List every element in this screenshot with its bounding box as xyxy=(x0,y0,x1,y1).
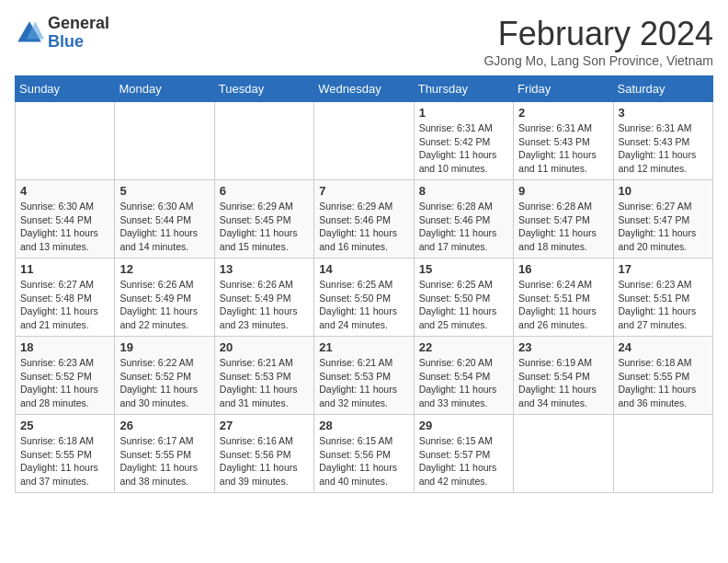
day-number: 6 xyxy=(220,184,309,198)
calendar-week-4: 18Sunrise: 6:23 AM Sunset: 5:52 PM Dayli… xyxy=(16,337,713,415)
day-number: 19 xyxy=(119,340,209,354)
calendar-cell: 4Sunrise: 6:30 AM Sunset: 5:44 PM Daylig… xyxy=(16,180,115,259)
day-info: Sunrise: 6:21 AM Sunset: 5:53 PM Dayligh… xyxy=(319,356,408,410)
day-info: Sunrise: 6:26 AM Sunset: 5:49 PM Dayligh… xyxy=(119,278,209,332)
col-header-friday: Friday xyxy=(514,76,613,102)
calendar-cell: 21Sunrise: 6:21 AM Sunset: 5:53 PM Dayli… xyxy=(314,337,414,415)
day-info: Sunrise: 6:30 AM Sunset: 5:44 PM Dayligh… xyxy=(119,200,209,254)
day-info: Sunrise: 6:23 AM Sunset: 5:52 PM Dayligh… xyxy=(20,356,109,410)
col-header-wednesday: Wednesday xyxy=(314,76,414,102)
day-number: 3 xyxy=(619,106,708,120)
day-info: Sunrise: 6:30 AM Sunset: 5:44 PM Dayligh… xyxy=(20,200,109,254)
calendar-cell: 2Sunrise: 6:31 AM Sunset: 5:43 PM Daylig… xyxy=(514,102,613,180)
calendar-cell: 13Sunrise: 6:26 AM Sunset: 5:49 PM Dayli… xyxy=(214,259,313,337)
day-info: Sunrise: 6:31 AM Sunset: 5:43 PM Dayligh… xyxy=(619,121,708,176)
day-info: Sunrise: 6:20 AM Sunset: 5:54 PM Dayligh… xyxy=(419,356,508,410)
calendar-table: SundayMondayTuesdayWednesdayThursdayFrid… xyxy=(15,75,713,493)
day-number: 28 xyxy=(319,419,408,432)
day-number: 27 xyxy=(220,419,309,432)
day-info: Sunrise: 6:25 AM Sunset: 5:50 PM Dayligh… xyxy=(319,278,408,332)
calendar-cell: 23Sunrise: 6:19 AM Sunset: 5:54 PM Dayli… xyxy=(514,337,613,415)
calendar-cell: 19Sunrise: 6:22 AM Sunset: 5:52 PM Dayli… xyxy=(115,337,214,415)
day-info: Sunrise: 6:27 AM Sunset: 5:48 PM Dayligh… xyxy=(20,278,109,332)
day-number: 17 xyxy=(619,262,708,276)
calendar-cell: 10Sunrise: 6:27 AM Sunset: 5:47 PM Dayli… xyxy=(613,180,712,259)
day-info: Sunrise: 6:23 AM Sunset: 5:51 PM Dayligh… xyxy=(619,278,708,332)
day-number: 10 xyxy=(619,184,708,198)
calendar-cell: 28Sunrise: 6:15 AM Sunset: 5:56 PM Dayli… xyxy=(314,415,414,493)
day-number: 14 xyxy=(319,262,408,276)
calendar-cell: 14Sunrise: 6:25 AM Sunset: 5:50 PM Dayli… xyxy=(314,259,414,337)
title-block: February 2024 GJong Mo, Lang Son Provinc… xyxy=(483,15,713,68)
calendar-cell: 6Sunrise: 6:29 AM Sunset: 5:45 PM Daylig… xyxy=(214,180,313,259)
day-info: Sunrise: 6:21 AM Sunset: 5:53 PM Dayligh… xyxy=(220,356,309,410)
page-header: General Blue February 2024 GJong Mo, Lan… xyxy=(15,15,713,68)
location-title: GJong Mo, Lang Son Province, Vietnam xyxy=(483,53,713,68)
day-info: Sunrise: 6:18 AM Sunset: 5:55 PM Dayligh… xyxy=(619,356,708,410)
day-number: 16 xyxy=(518,262,608,276)
calendar-cell xyxy=(613,415,712,493)
calendar-cell: 1Sunrise: 6:31 AM Sunset: 5:42 PM Daylig… xyxy=(414,102,513,180)
calendar-cell: 12Sunrise: 6:26 AM Sunset: 5:49 PM Dayli… xyxy=(115,259,214,337)
col-header-monday: Monday xyxy=(115,76,214,102)
calendar-cell: 18Sunrise: 6:23 AM Sunset: 5:52 PM Dayli… xyxy=(16,337,115,415)
day-info: Sunrise: 6:28 AM Sunset: 5:47 PM Dayligh… xyxy=(518,200,608,254)
calendar-cell: 11Sunrise: 6:27 AM Sunset: 5:48 PM Dayli… xyxy=(16,259,115,337)
day-info: Sunrise: 6:25 AM Sunset: 5:50 PM Dayligh… xyxy=(419,278,508,332)
calendar-cell xyxy=(115,102,214,180)
calendar-cell: 25Sunrise: 6:18 AM Sunset: 5:55 PM Dayli… xyxy=(16,415,115,493)
day-number: 26 xyxy=(119,419,209,432)
day-number: 2 xyxy=(518,106,608,120)
calendar-cell: 26Sunrise: 6:17 AM Sunset: 5:55 PM Dayli… xyxy=(115,415,214,493)
calendar-week-1: 1Sunrise: 6:31 AM Sunset: 5:42 PM Daylig… xyxy=(16,102,713,180)
calendar-cell: 15Sunrise: 6:25 AM Sunset: 5:50 PM Dayli… xyxy=(414,259,513,337)
calendar-week-5: 25Sunrise: 6:18 AM Sunset: 5:55 PM Dayli… xyxy=(16,415,713,493)
day-number: 8 xyxy=(419,184,508,198)
calendar-header-row: SundayMondayTuesdayWednesdayThursdayFrid… xyxy=(16,76,713,102)
calendar-cell: 24Sunrise: 6:18 AM Sunset: 5:55 PM Dayli… xyxy=(613,337,712,415)
day-number: 13 xyxy=(220,262,309,276)
day-info: Sunrise: 6:27 AM Sunset: 5:47 PM Dayligh… xyxy=(619,200,708,254)
calendar-cell: 8Sunrise: 6:28 AM Sunset: 5:46 PM Daylig… xyxy=(414,180,513,259)
day-number: 12 xyxy=(119,262,209,276)
col-header-sunday: Sunday xyxy=(16,76,115,102)
day-number: 25 xyxy=(20,419,109,432)
calendar-week-3: 11Sunrise: 6:27 AM Sunset: 5:48 PM Dayli… xyxy=(16,259,713,337)
col-header-saturday: Saturday xyxy=(613,76,712,102)
day-number: 5 xyxy=(119,184,209,198)
calendar-cell: 27Sunrise: 6:16 AM Sunset: 5:56 PM Dayli… xyxy=(214,415,313,493)
day-info: Sunrise: 6:16 AM Sunset: 5:56 PM Dayligh… xyxy=(220,434,309,488)
day-number: 7 xyxy=(319,184,408,198)
calendar-week-2: 4Sunrise: 6:30 AM Sunset: 5:44 PM Daylig… xyxy=(16,180,713,259)
calendar-cell: 22Sunrise: 6:20 AM Sunset: 5:54 PM Dayli… xyxy=(414,337,513,415)
day-info: Sunrise: 6:31 AM Sunset: 5:42 PM Dayligh… xyxy=(419,121,508,176)
calendar-cell: 9Sunrise: 6:28 AM Sunset: 5:47 PM Daylig… xyxy=(514,180,613,259)
day-number: 1 xyxy=(419,106,508,120)
calendar-cell: 5Sunrise: 6:30 AM Sunset: 5:44 PM Daylig… xyxy=(115,180,214,259)
calendar-cell xyxy=(214,102,313,180)
day-number: 22 xyxy=(419,340,508,354)
day-info: Sunrise: 6:29 AM Sunset: 5:45 PM Dayligh… xyxy=(220,200,309,254)
day-info: Sunrise: 6:29 AM Sunset: 5:46 PM Dayligh… xyxy=(319,200,408,254)
day-number: 4 xyxy=(20,184,109,198)
day-info: Sunrise: 6:26 AM Sunset: 5:49 PM Dayligh… xyxy=(220,278,309,332)
calendar-cell xyxy=(314,102,414,180)
day-info: Sunrise: 6:28 AM Sunset: 5:46 PM Dayligh… xyxy=(419,200,508,254)
day-info: Sunrise: 6:18 AM Sunset: 5:55 PM Dayligh… xyxy=(20,434,109,488)
day-info: Sunrise: 6:24 AM Sunset: 5:51 PM Dayligh… xyxy=(518,278,608,332)
calendar-cell: 16Sunrise: 6:24 AM Sunset: 5:51 PM Dayli… xyxy=(514,259,613,337)
day-number: 9 xyxy=(518,184,608,198)
col-header-thursday: Thursday xyxy=(414,76,513,102)
logo: General Blue xyxy=(15,15,109,52)
logo-icon xyxy=(15,18,44,48)
day-info: Sunrise: 6:17 AM Sunset: 5:55 PM Dayligh… xyxy=(119,434,209,488)
calendar-cell: 7Sunrise: 6:29 AM Sunset: 5:46 PM Daylig… xyxy=(314,180,414,259)
day-info: Sunrise: 6:31 AM Sunset: 5:43 PM Dayligh… xyxy=(518,121,608,176)
logo-text: General Blue xyxy=(48,15,109,52)
calendar-cell: 29Sunrise: 6:15 AM Sunset: 5:57 PM Dayli… xyxy=(414,415,513,493)
day-info: Sunrise: 6:19 AM Sunset: 5:54 PM Dayligh… xyxy=(518,356,608,410)
month-title: February 2024 xyxy=(483,15,713,53)
day-number: 29 xyxy=(419,419,508,432)
day-info: Sunrise: 6:22 AM Sunset: 5:52 PM Dayligh… xyxy=(119,356,209,410)
calendar-cell: 3Sunrise: 6:31 AM Sunset: 5:43 PM Daylig… xyxy=(613,102,712,180)
